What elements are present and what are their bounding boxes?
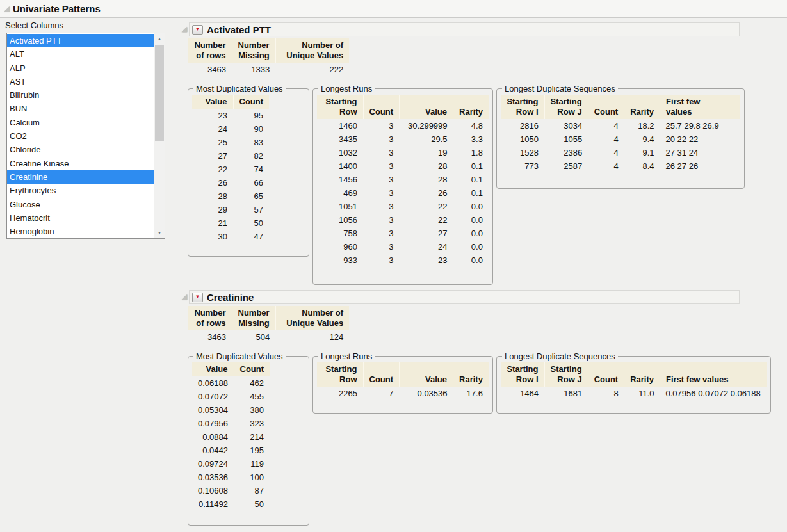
table-row[interactable]: 10563220.0 (317, 213, 489, 227)
disclosure-triangle-icon[interactable]: ◢ (180, 26, 189, 33)
longest-runs-table: Starting Row Count Value Rarity 1460330.… (317, 95, 489, 267)
longest-runs-box: Longest Runs Starting Row Count Value Ra… (312, 351, 493, 414)
table-row[interactable]: 28163034418.225.7 29.8 26.9 (501, 119, 740, 133)
panel-title: Activated PTT (207, 24, 271, 35)
column-header: Value (192, 362, 234, 376)
table-row[interactable]: 773258748.426 27 26 (501, 159, 740, 173)
table-row[interactable]: 10513220.0 (317, 200, 489, 213)
column-list-item[interactable]: Hemoglobin (7, 225, 154, 238)
column-header: Number Missing (232, 38, 275, 63)
table-row[interactable]: 1528238649.127 31 24 (501, 146, 740, 159)
table-row[interactable]: 0.06188462 (192, 376, 270, 390)
table-row[interactable]: 0.1149250 (192, 497, 270, 511)
column-header: Rarity (624, 95, 660, 119)
column-list-item[interactable]: AST (7, 75, 154, 88)
table-row[interactable]: 2150 (192, 216, 269, 230)
column-header: Number of rows (188, 306, 232, 330)
table-row[interactable]: 14003280.1 (317, 159, 489, 173)
column-list-item[interactable]: Activated PTT (7, 34, 154, 47)
column-header: Rarity (453, 362, 489, 387)
longest-duplicate-sequences-box: Longest Duplicate Sequences Starting Row… (496, 351, 771, 414)
column-header: Starting Row J (544, 362, 588, 387)
column-header: Starting Row I (501, 95, 544, 119)
table-row[interactable]: 0.1060887 (192, 484, 270, 497)
table-row[interactable]: 0.07072455 (192, 390, 270, 403)
table-row[interactable]: 0.0442195 (192, 444, 270, 457)
table-row[interactable]: 3435329.53.3 (317, 133, 489, 146)
table-row[interactable]: 1050105549.420 22 22 (501, 133, 740, 146)
most-duplicated-table: Value Count 0.061884620.070724550.053043… (192, 362, 270, 511)
column-header: Count (363, 95, 400, 119)
column-list-item[interactable]: Glucose (7, 198, 154, 211)
panel-title: Creatinine (207, 292, 254, 303)
table-row[interactable]: 226570.0353617.6 (317, 387, 489, 400)
scroll-down-icon[interactable]: ▼ (154, 227, 165, 238)
table-row[interactable]: 4693260.1 (317, 186, 489, 200)
table-row[interactable]: 9333230.0 (317, 254, 489, 267)
table-row[interactable]: 2583 (192, 136, 269, 149)
column-header: Starting Row (317, 362, 363, 387)
select-columns-label: Select Columns (5, 20, 63, 30)
table-row[interactable]: 0.05304380 (192, 403, 270, 417)
column-header: Number of rows (188, 38, 232, 63)
column-header: Number Missing (232, 306, 275, 330)
window-titlebar: ◢ Univariate Patterns (0, 0, 787, 18)
column-list-item[interactable]: ALT (7, 47, 154, 61)
most-duplicated-values-box: Most Duplicated Values Value Count 23952… (188, 84, 309, 257)
longest-duplicate-sequences-box: Longest Duplicate Sequences Starting Row… (496, 84, 745, 189)
red-triangle-icon: ▼ (195, 27, 200, 32)
table-row[interactable]: 2782 (192, 149, 269, 163)
column-list-item[interactable]: Chloride (7, 143, 154, 156)
most-duplicated-values-box: Most Duplicated Values Value Count 0.061… (188, 351, 309, 526)
column-list-item[interactable]: Creatinine (7, 170, 154, 184)
red-triangle-menu-button[interactable]: ▼ (192, 25, 203, 35)
column-header: Value (400, 362, 453, 387)
column-list-item[interactable]: Erythrocytes (7, 184, 154, 197)
table-row[interactable]: 2865 (192, 189, 269, 203)
scroll-up-icon[interactable]: ▲ (154, 33, 165, 44)
column-list-item[interactable]: Calcium (7, 116, 154, 129)
column-header: Count (234, 362, 270, 376)
table-row[interactable]: 3047 (192, 230, 269, 243)
column-list-item[interactable]: CO2 (7, 129, 154, 143)
table-row[interactable]: 0.0884214 (192, 430, 270, 444)
red-triangle-icon: ▼ (195, 294, 200, 300)
box-title: Most Duplicated Values (193, 351, 286, 361)
table-row[interactable]: 2395 (192, 109, 269, 122)
table-row[interactable]: 1460330.2999994.8 (317, 119, 489, 133)
table-row[interactable]: 9603240.0 (317, 240, 489, 254)
column-header: Starting Row (317, 95, 363, 119)
table-row[interactable]: 3463 1333 222 (188, 63, 349, 76)
scrollbar-thumb[interactable] (155, 45, 164, 141)
column-list-item[interactable]: Hematocrit (7, 211, 154, 225)
column-header: Number of Unique Values (275, 38, 349, 63)
column-list-item[interactable]: ALP (7, 61, 154, 75)
disclosure-triangle-icon[interactable]: ◢ (180, 293, 189, 300)
box-title: Longest Duplicate Sequences (502, 84, 618, 93)
table-row[interactable]: 14641681811.00.07956 0.07072 0.06188 (501, 387, 767, 400)
table-row[interactable]: 0.07956323 (192, 417, 270, 430)
column-list-item[interactable]: BUN (7, 102, 154, 115)
column-list-item[interactable]: Creatine Kinase (7, 157, 154, 170)
univariate-patterns-window: ◢ Univariate Patterns Select Columns Act… (0, 0, 787, 532)
table-row[interactable]: 10323191.8 (317, 146, 489, 159)
table-row[interactable]: 7583270.0 (317, 227, 489, 240)
summary-table: Number of rows Number Missing Number of … (188, 38, 349, 76)
table-row[interactable]: 2666 (192, 176, 269, 189)
table-row[interactable]: 2490 (192, 122, 269, 136)
table-row[interactable]: 2274 (192, 163, 269, 176)
table-row[interactable]: 0.03536100 (192, 471, 270, 484)
column-header: Value (192, 95, 233, 109)
table-row[interactable]: 2957 (192, 203, 269, 216)
select-columns-listbox: Activated PTTALTALPASTBilirubinBUNCalciu… (6, 33, 165, 239)
column-list: Activated PTTALTALPASTBilirubinBUNCalciu… (7, 33, 154, 238)
box-title: Most Duplicated Values (193, 84, 286, 93)
table-row[interactable]: 0.09724119 (192, 457, 270, 471)
column-list-item[interactable]: Bilirubin (7, 88, 154, 102)
disclosure-triangle-icon[interactable]: ◢ (3, 5, 12, 12)
table-row[interactable]: 3463 504 124 (188, 330, 349, 344)
red-triangle-menu-button[interactable]: ▼ (192, 293, 203, 302)
table-row[interactable]: 14563280.1 (317, 173, 489, 186)
longest-duplicate-sequences-table: Starting Row I Starting Row J Count Rari… (501, 95, 740, 173)
listbox-scrollbar[interactable]: ▲ ▼ (154, 33, 165, 238)
